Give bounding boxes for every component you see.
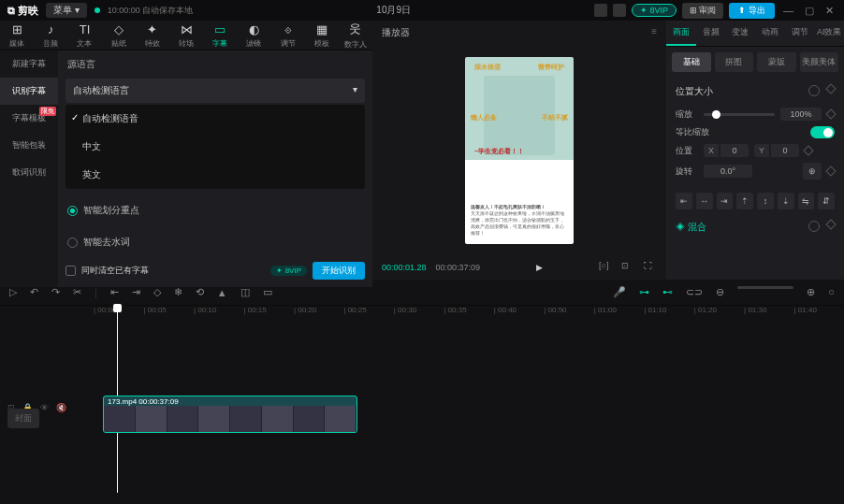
zoom-slider[interactable] [737, 286, 793, 289]
tracks-area[interactable]: ⊡ 🔒 👁 🔇 封面 173.mp4 00:00:37:09 [0, 323, 844, 504]
rot-keyframe-icon[interactable] [825, 166, 836, 176]
rotation-input[interactable]: 0.0° [704, 165, 752, 178]
preview-scale-icon[interactable]: ⊡ [621, 261, 634, 274]
ratio-lock-label: 等比缩放 [676, 126, 709, 138]
link-icon[interactable]: ⊷ [662, 286, 673, 298]
tool-调节[interactable]: ⟐调节 [271, 21, 305, 50]
blend-header[interactable]: ◈ 混合 [676, 221, 706, 234]
undo-icon[interactable]: ↶ [30, 286, 38, 298]
lang-opt-zh[interactable]: 中文 [65, 133, 365, 161]
preview-menu-icon[interactable]: ≡ [651, 26, 657, 39]
prop-tab-变速[interactable]: 变速 [725, 21, 755, 46]
flip-h-icon[interactable]: ⇋ [798, 193, 815, 209]
pos-x-input[interactable]: 0 [720, 144, 749, 157]
side-tab-歌词识别[interactable]: 歌词识别 [0, 159, 58, 186]
redo-icon[interactable]: ↷ [51, 286, 60, 298]
start-recognize-button[interactable]: 开始识别 [313, 262, 365, 280]
tag-icon[interactable]: ◇ [153, 286, 161, 298]
reverse-icon[interactable]: ⟲ [196, 286, 204, 298]
pos-y-input[interactable]: 0 [771, 144, 799, 157]
grid-icon[interactable] [613, 4, 626, 17]
smart-highlight-option[interactable]: 智能划分重点 [67, 204, 363, 217]
tool-文本[interactable]: TI文本 [67, 21, 101, 50]
tool-转场[interactable]: ⋈转场 [169, 21, 203, 50]
align-hcenter-icon[interactable]: ↔ [696, 193, 713, 209]
cover-track-header[interactable]: 封面 [0, 399, 94, 437]
tool-模板[interactable]: ▦模板 [305, 21, 339, 50]
prop-subtab-美颜美体[interactable]: 美颜美体 [800, 52, 839, 72]
mic-icon[interactable]: 🎤 [613, 286, 626, 298]
close-button[interactable]: ✕ [822, 5, 837, 17]
video-preview[interactable]: 深水保湿 营养呵护 懒人必备 不粘不腻 ~学生党必看！！ 温馨友人！不起毛孔爽肤… [465, 57, 574, 244]
side-tab-新建字幕[interactable]: 新建字幕 [0, 50, 58, 78]
minimize-button[interactable]: — [780, 5, 796, 16]
prop-tab-动画[interactable]: 动画 [755, 21, 785, 46]
tool-贴纸[interactable]: ◇贴纸 [102, 21, 136, 50]
prop-tab-音频[interactable]: 音频 [696, 21, 726, 46]
preview-ratio-icon[interactable]: [○] [599, 261, 612, 274]
prop-tab-调节[interactable]: 调节 [785, 21, 815, 46]
fit-icon[interactable]: ○ [828, 286, 835, 298]
delete-right-icon[interactable]: ⇥ [132, 286, 140, 298]
flip-v-icon[interactable]: ⇵ [818, 193, 835, 209]
tool-音频[interactable]: ♪音频 [34, 21, 67, 50]
maximize-button[interactable]: ▢ [802, 5, 817, 17]
tool-字幕[interactable]: ▭字幕 [203, 21, 237, 50]
rotate-step-icon[interactable]: ⊕ [803, 163, 822, 180]
align-bottom-icon[interactable]: ⇣ [778, 193, 794, 209]
tool-特效[interactable]: ✦特效 [136, 21, 169, 50]
side-tab-识别字幕[interactable]: 识别字幕 [0, 78, 58, 105]
side-tab-智能包装[interactable]: 智能包装 [0, 132, 58, 159]
speed-icon[interactable]: ▭ [263, 286, 272, 298]
export-button[interactable]: ⬆ 导出 [729, 3, 775, 19]
smart-trim-option[interactable]: 智能去水词 [67, 236, 363, 249]
delete-left-icon[interactable]: ⇤ [110, 286, 119, 298]
tool-媒体[interactable]: ⊞媒体 [0, 21, 34, 50]
split-icon[interactable]: ✂ [73, 286, 81, 298]
zoom-out-icon[interactable]: ⊖ [716, 286, 724, 298]
align-left-icon[interactable]: ⇤ [676, 193, 692, 209]
align-top-icon[interactable]: ⇡ [736, 193, 753, 209]
video-clip[interactable]: 173.mp4 00:00:37:09 [103, 396, 357, 433]
play-button[interactable]: ▶ [536, 263, 543, 272]
lang-opt-en[interactable]: 英文 [65, 161, 365, 189]
scale-slider[interactable] [704, 113, 775, 116]
blend-reset-icon[interactable] [808, 221, 820, 232]
layout-icon[interactable] [594, 4, 607, 17]
tool-数字人[interactable]: 웃数字人 [339, 21, 372, 50]
lang-opt-auto[interactable]: 自动检测语音 [65, 105, 365, 133]
prop-subtab-蒙版[interactable]: 蒙版 [757, 52, 796, 72]
prop-tab-画面[interactable]: 画面 [666, 21, 696, 46]
snap-icon[interactable]: ⊂⊃ [686, 286, 703, 298]
cursor-tool-icon[interactable]: ▷ [9, 286, 17, 298]
prop-subtab-基础[interactable]: 基础 [672, 52, 711, 72]
scale-keyframe-icon[interactable] [825, 108, 836, 119]
magnet-icon[interactable]: ⊶ [639, 286, 649, 298]
keyframe-icon[interactable] [825, 83, 836, 94]
clear-subs-checkbox[interactable] [65, 266, 76, 276]
side-tab-字幕模板[interactable]: 字幕模板限免 [0, 105, 58, 132]
clear-subs-label: 同时清空已有字幕 [81, 265, 149, 277]
prop-tab-AI效果[interactable]: AI效果 [814, 21, 844, 46]
tool-滤镜[interactable]: ◐滤镜 [237, 21, 270, 50]
crop-icon[interactable]: ◫ [240, 286, 250, 298]
pos-keyframe-icon[interactable] [803, 145, 813, 155]
mirror-icon[interactable]: ▲ [217, 287, 227, 298]
prop-subtab-拼图[interactable]: 拼图 [715, 52, 754, 72]
reset-icon[interactable] [808, 85, 820, 96]
review-button[interactable]: ⊞ 审阅 [682, 3, 724, 19]
freeze-icon[interactable]: ❄ [174, 286, 182, 298]
scale-value[interactable]: 100% [780, 108, 822, 121]
fullscreen-icon[interactable]: ⛶ [644, 261, 657, 274]
blend-keyframe-icon[interactable] [825, 219, 836, 229]
time-ruler[interactable]: | 00:00| 00:05| 00:10| 00:15| 00:20| 00:… [0, 306, 844, 323]
align-right-icon[interactable]: ⇥ [717, 193, 734, 209]
zoom-in-icon[interactable]: ⊕ [807, 286, 815, 298]
ruler-mark: | 00:25 [343, 306, 393, 323]
position-label: 位置 [676, 145, 698, 157]
language-select[interactable]: 自动检测语言▾ [65, 79, 365, 103]
menu-button[interactable]: 菜单 ▾ [46, 3, 87, 18]
align-vcenter-icon[interactable]: ↕ [757, 193, 774, 209]
vip-badge[interactable]: ✦ 8VIP [632, 4, 677, 17]
ratio-lock-toggle[interactable] [810, 126, 835, 138]
